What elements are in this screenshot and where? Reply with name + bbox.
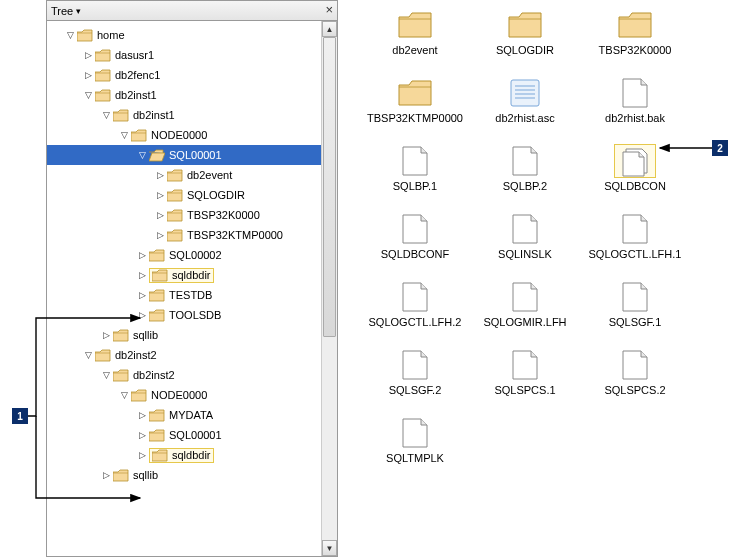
twisty-open-icon[interactable]: ▽ (119, 130, 129, 140)
tree-header: Tree ▾ × (47, 1, 337, 21)
twisty-closed-icon[interactable]: ▷ (137, 310, 147, 320)
folder-icon (167, 209, 183, 222)
file-item[interactable]: db2rhist.asc (470, 76, 580, 134)
folder-icon (167, 229, 183, 242)
twisty-closed-icon[interactable]: ▷ (101, 330, 111, 340)
twisty-open-icon[interactable]: ▽ (119, 390, 129, 400)
chevron-down-icon: ▾ (76, 6, 81, 16)
twisty-open-icon[interactable]: ▽ (137, 150, 147, 160)
scrollbar[interactable]: ▲ ▼ (321, 21, 337, 556)
tree-row[interactable]: ▽SQL00001 (47, 145, 321, 165)
file-item[interactable]: SQLOGMIR.LFH (470, 280, 580, 338)
close-icon[interactable]: × (325, 2, 333, 17)
twisty-closed-icon[interactable]: ▷ (137, 430, 147, 440)
twisty-open-icon[interactable]: ▽ (65, 30, 75, 40)
file-item[interactable]: db2event (360, 8, 470, 66)
file-item[interactable]: SQLBP.1 (360, 144, 470, 202)
twisty-closed-icon[interactable]: ▷ (83, 50, 93, 60)
file-item[interactable]: SQLOGCTL.LFH.1 (580, 212, 690, 270)
tree-row[interactable]: ▷SQL00001 (47, 425, 321, 445)
twisty-closed-icon[interactable]: ▷ (101, 470, 111, 480)
file-item[interactable]: SQLBP.2 (470, 144, 580, 202)
file-label: db2rhist.bak (605, 112, 665, 124)
file-item[interactable]: SQLSPCS.2 (580, 348, 690, 406)
file-label: db2rhist.asc (495, 112, 554, 124)
highlighted-tree-item[interactable]: sqldbdir (149, 448, 214, 463)
tree-title[interactable]: Tree ▾ (51, 5, 81, 17)
tree-row[interactable]: ▷TBSP32KTMP0000 (47, 225, 321, 245)
twisty-open-icon[interactable]: ▽ (83, 350, 93, 360)
tree-row[interactable]: ▷sqldbdir (47, 265, 321, 285)
tree-item-label: db2event (187, 169, 232, 181)
tree-row[interactable]: ▷dasusr1 (47, 45, 321, 65)
tree-row[interactable]: ▽home (47, 25, 321, 45)
tree-row[interactable]: ▽db2inst2 (47, 365, 321, 385)
folder-icon (95, 69, 111, 82)
tree-row[interactable]: ▷db2event (47, 165, 321, 185)
tree-row[interactable]: ▽NODE0000 (47, 125, 321, 145)
file-label: SQLTMPLK (386, 452, 444, 464)
twisty-closed-icon[interactable]: ▷ (137, 450, 147, 460)
scroll-down-button[interactable]: ▼ (322, 540, 337, 556)
file-item[interactable]: SQLSGF.1 (580, 280, 690, 338)
tree-row[interactable]: ▷TESTDB (47, 285, 321, 305)
file-label: TBSP32K0000 (599, 44, 672, 56)
file-item[interactable]: SQLSPCS.1 (470, 348, 580, 406)
tree-row[interactable]: ▷sqldbdir (47, 445, 321, 465)
file-icon (614, 76, 656, 110)
twisty-open-icon[interactable]: ▽ (101, 370, 111, 380)
scroll-track[interactable] (322, 37, 337, 540)
twisty-closed-icon[interactable]: ▷ (137, 250, 147, 260)
tree-row[interactable]: ▷sqllib (47, 325, 321, 345)
tree-row[interactable]: ▷MYDATA (47, 405, 321, 425)
file-item[interactable]: db2rhist.bak (580, 76, 690, 134)
file-label: SQLSGF.2 (389, 384, 442, 396)
file-icon (394, 416, 436, 450)
tree-row[interactable]: ▽NODE0000 (47, 385, 321, 405)
twisty-closed-icon[interactable]: ▷ (155, 170, 165, 180)
file-icon (394, 348, 436, 382)
file-item[interactable]: SQLDBCON (580, 144, 690, 202)
tree-row[interactable]: ▷TBSP32K0000 (47, 205, 321, 225)
file-item[interactable]: SQLDBCONF (360, 212, 470, 270)
file-item[interactable]: SQLOGDIR (470, 8, 580, 66)
tree-row[interactable]: ▷sqllib (47, 465, 321, 485)
file-label: SQLOGCTL.LFH.2 (369, 316, 462, 328)
twisty-closed-icon[interactable]: ▷ (137, 290, 147, 300)
twisty-open-icon[interactable]: ▽ (83, 90, 93, 100)
tree-row[interactable]: ▷TOOLSDB (47, 305, 321, 325)
tree-row[interactable]: ▷SQL00002 (47, 245, 321, 265)
twisty-closed-icon[interactable]: ▷ (83, 70, 93, 80)
file-item[interactable]: TBSP32K0000 (580, 8, 690, 66)
twisty-open-icon[interactable]: ▽ (101, 110, 111, 120)
folder-icon (149, 409, 165, 422)
scroll-thumb[interactable] (323, 37, 336, 337)
file-icon (394, 280, 436, 314)
highlighted-tree-item[interactable]: sqldbdir (149, 268, 214, 283)
twisty-closed-icon[interactable]: ▷ (137, 270, 147, 280)
folder-icon (113, 329, 129, 342)
file-item[interactable]: SQLTMPLK (360, 416, 470, 474)
folder-icon (614, 8, 656, 42)
folder-icon (95, 49, 111, 62)
twisty-closed-icon[interactable]: ▷ (137, 410, 147, 420)
twisty-closed-icon[interactable]: ▷ (155, 190, 165, 200)
scroll-up-button[interactable]: ▲ (322, 21, 337, 37)
file-item[interactable]: SQLOGCTL.LFH.2 (360, 280, 470, 338)
tree-row[interactable]: ▷db2fenc1 (47, 65, 321, 85)
file-label: SQLINSLK (498, 248, 552, 260)
tree-row[interactable]: ▷SQLOGDIR (47, 185, 321, 205)
file-item[interactable]: TBSP32KTMP0000 (360, 76, 470, 134)
tree-row[interactable]: ▽db2inst1 (47, 105, 321, 125)
tree-item-label: SQLOGDIR (187, 189, 245, 201)
file-item[interactable]: SQLINSLK (470, 212, 580, 270)
file-label: SQLBP.1 (393, 180, 437, 192)
tree-item-label: db2inst2 (133, 369, 175, 381)
tree-row[interactable]: ▽db2inst2 (47, 345, 321, 365)
twisty-closed-icon[interactable]: ▷ (155, 210, 165, 220)
tree-row[interactable]: ▽db2inst1 (47, 85, 321, 105)
tree-item-label: sqldbdir (172, 269, 211, 281)
file-icon (614, 280, 656, 314)
file-item[interactable]: SQLSGF.2 (360, 348, 470, 406)
twisty-closed-icon[interactable]: ▷ (155, 230, 165, 240)
